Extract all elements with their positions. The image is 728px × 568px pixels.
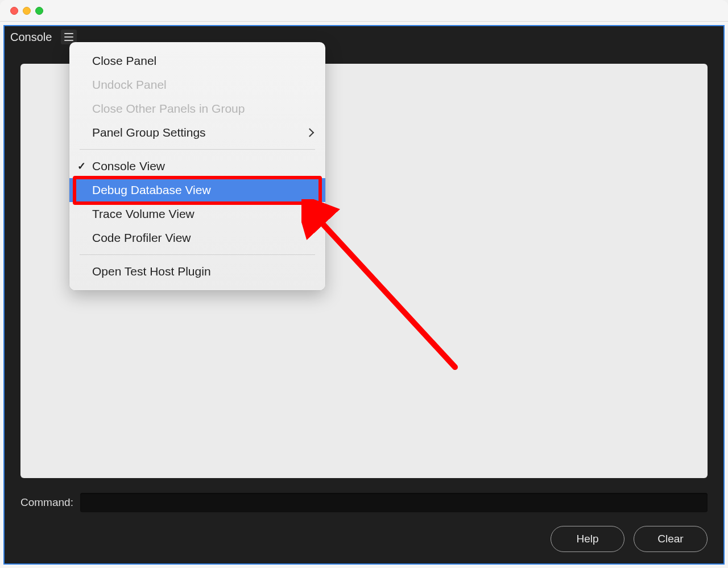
menu-divider bbox=[80, 149, 315, 150]
window-zoom-icon[interactable] bbox=[35, 7, 43, 15]
menu-item-undock-panel: Undock Panel bbox=[69, 73, 325, 97]
app-window: Console Command: Help Clear bbox=[0, 0, 728, 568]
command-label: Command: bbox=[20, 496, 73, 509]
clear-button[interactable]: Clear bbox=[634, 526, 708, 552]
menu-item-panel-group-settings[interactable]: Panel Group Settings bbox=[69, 121, 325, 145]
titlebar bbox=[0, 0, 728, 22]
panel-dropdown-menu[interactable]: Close Panel Undock Panel Close Other Pan… bbox=[69, 42, 325, 290]
menu-divider bbox=[80, 254, 315, 255]
panel-title[interactable]: Console bbox=[10, 31, 55, 44]
help-button[interactable]: Help bbox=[551, 526, 624, 552]
command-row: Command: bbox=[20, 487, 708, 518]
menu-item-open-test-host-plugin[interactable]: Open Test Host Plugin bbox=[69, 260, 325, 283]
window-minimize-icon[interactable] bbox=[23, 7, 31, 15]
button-row: Help Clear bbox=[20, 518, 708, 563]
command-input[interactable] bbox=[80, 493, 708, 512]
menu-item-code-profiler-view[interactable]: Code Profiler View bbox=[69, 226, 325, 250]
menu-item-close-panel[interactable]: Close Panel bbox=[69, 49, 325, 73]
hamburger-icon bbox=[64, 33, 73, 41]
window-close-icon[interactable] bbox=[10, 7, 18, 15]
menu-item-console-view[interactable]: Console View bbox=[69, 154, 325, 178]
menu-item-debug-database-view[interactable]: Debug Database View bbox=[69, 178, 325, 202]
menu-item-close-others: Close Other Panels in Group bbox=[69, 97, 325, 121]
menu-item-trace-volume-view[interactable]: Trace Volume View bbox=[69, 202, 325, 226]
